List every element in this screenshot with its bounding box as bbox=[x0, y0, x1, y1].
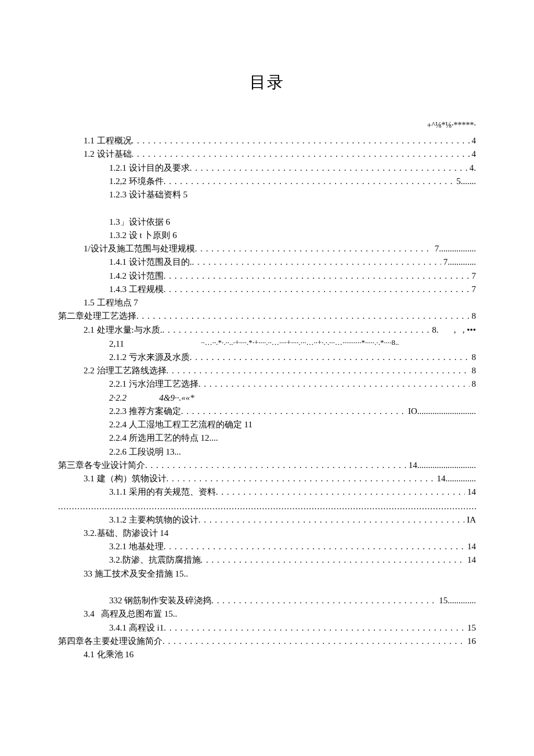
toc-leader-dots bbox=[195, 242, 432, 255]
toc-entry-label: 3.2.1 地基处理 bbox=[109, 540, 164, 553]
toc-entry: 3.4 高程及总图布置 15.. bbox=[58, 607, 476, 621]
toc-entry-page-number: 7 bbox=[470, 283, 477, 296]
toc-entry: 4.1 化乘池 16 bbox=[58, 648, 476, 661]
toc-garble-text: ··…··.*·.··..·+····.*·+····.··…····+····… bbox=[124, 337, 476, 351]
toc-entry-trail: ........................... bbox=[417, 405, 476, 418]
toc-entry: 1.3.2 设 t 卜原则 6 bbox=[58, 229, 476, 242]
toc-entry-label: 332 钢筋制作安装及碎浇捣 bbox=[109, 594, 211, 607]
toc-entry-page-number: 14 bbox=[465, 485, 476, 499]
toc-entry-label: 2,11 bbox=[109, 337, 124, 351]
toc-entry-label: 3.2.防渗、抗震防腐措施 bbox=[109, 553, 201, 567]
toc-entry-label bbox=[58, 581, 60, 594]
toc-entry-page-number: 8. bbox=[430, 323, 438, 337]
toc-entry-page-number: 14 bbox=[465, 540, 476, 553]
toc-entry-page-number: 16 bbox=[465, 635, 476, 648]
toc-dots-continuation bbox=[58, 499, 476, 513]
toc-entry: 2.2.4 人工湿地工程工艺流程的确定 11 bbox=[58, 418, 476, 431]
toc-entry-label: 4.1 化乘池 16 bbox=[84, 648, 134, 661]
toc-entry: 2.2.1 污水治理工艺选择 8 bbox=[58, 377, 476, 391]
toc-entry-page-number: 14 bbox=[406, 459, 417, 472]
toc-entry: 3.1 建（构）筑物设计 14.............. bbox=[58, 472, 476, 485]
toc-entry-label: 3.4 高程及总图布置 15.. bbox=[84, 607, 177, 621]
toc-entry-label: 1.4.3 工程规模 bbox=[109, 283, 164, 296]
toc-entry-label: 2·2.2 4&9··.««* bbox=[109, 391, 194, 405]
toc-entry-trail: ....... bbox=[461, 175, 476, 188]
toc-entry-label: 2.2.3 推荐方案确定 bbox=[109, 405, 181, 418]
toc-entry: 1.1 工程概况4 bbox=[58, 134, 476, 147]
toc-entry-label: 3.1.2 主要构筑物的设计 bbox=[109, 513, 199, 527]
toc-leader-dots bbox=[167, 364, 470, 377]
toc-entry-label: 2.2.6 工段说明 13... bbox=[109, 445, 181, 459]
toc-entry-label: 1.4.1 设计范围及目的. bbox=[109, 255, 192, 269]
toc-entry-label: 1.2,2 环境条件 bbox=[109, 175, 164, 188]
toc-entry: 3.2.1 地基处理 14 bbox=[58, 540, 476, 553]
toc-leader-dots bbox=[192, 255, 441, 269]
table-of-contents: 1.1 工程概况41.2 设计基础41.2.1 设计目的及要求4.1.2,2 环… bbox=[58, 134, 476, 661]
toc-entry-label: 2.1.2 亏水来源及水质 bbox=[109, 351, 190, 364]
toc-entry-label: 1.5 工程地点 7 bbox=[84, 296, 138, 309]
toc-entry: 2.1.2 亏水来源及水质 8 bbox=[58, 351, 476, 364]
toc-entry: 2.1 处理水量:与水质. 8. , , ••• bbox=[58, 323, 476, 337]
toc-entry-label: 2.1 处理水量:与水质. bbox=[84, 323, 162, 337]
toc-entry: 第四章各主要处理设施简介 16 bbox=[58, 635, 476, 648]
toc-leader-dots bbox=[211, 594, 436, 607]
toc-leader-dots bbox=[164, 540, 465, 553]
toc-entry-page-number: 8 bbox=[470, 364, 477, 377]
toc-leader-dots bbox=[167, 472, 435, 485]
toc-entry-trail: ........................... bbox=[417, 459, 476, 472]
toc-entry: 2.2.4 所选用工艺的特点 12.... bbox=[58, 431, 476, 445]
toc-entry-label bbox=[58, 201, 60, 215]
toc-leader-dots bbox=[132, 134, 470, 147]
toc-entry-label: 2.2.1 污水治理工艺选择 bbox=[109, 377, 199, 391]
toc-entry-page-number: 7 bbox=[470, 269, 477, 283]
toc-entry-page-number: 7 bbox=[441, 255, 448, 269]
toc-entry: 3.4.1 高程设 i115 bbox=[58, 621, 476, 635]
toc-entry-page-number: 5 bbox=[454, 175, 461, 188]
toc-entry: 第三章各专业设计简介 14........................... bbox=[58, 459, 476, 472]
toc-leader-dots bbox=[164, 283, 470, 296]
toc-entry-label: 2.2.4 人工湿地工程工艺流程的确定 11 bbox=[109, 418, 252, 431]
garble-top-text: +^⅛*⅛·*****· bbox=[58, 119, 476, 132]
toc-entry-page-number: 4 bbox=[470, 134, 477, 147]
toc-leader-dots bbox=[199, 513, 464, 527]
toc-entry-page-number: 8 bbox=[470, 309, 477, 323]
toc-leader-dots bbox=[164, 175, 454, 188]
toc-entry: 1.5 工程地点 7 bbox=[58, 296, 476, 309]
toc-entry: 1.4.3 工程规模7 bbox=[58, 283, 476, 296]
toc-entry-page-number: 14 bbox=[435, 472, 446, 485]
toc-entry: 3.2.基础、防渗设计 14 bbox=[58, 527, 476, 540]
toc-entry-label: 1.1 工程概况 bbox=[84, 134, 132, 147]
toc-entry: 3.2.防渗、抗震防腐措施 14 bbox=[58, 553, 476, 567]
toc-entry-page-number: 8 bbox=[470, 351, 477, 364]
toc-entry-label: 1.2.3 设计基础资料 5 bbox=[109, 188, 187, 201]
page-title: 目录 bbox=[58, 70, 476, 96]
toc-entry-label: 1.4.2 设计范围 bbox=[109, 269, 164, 283]
toc-entry: 33 施工技术及安全措施 15.. bbox=[58, 567, 476, 581]
toc-entry-label: 1.2.1 设计目的及要求 bbox=[109, 161, 190, 175]
toc-entry-label: 2.2.4 所选用工艺的特点 12.... bbox=[109, 431, 218, 445]
toc-entry-trail: ............. bbox=[448, 594, 476, 607]
toc-entry-label: 3.2.基础、防渗设计 14 bbox=[84, 527, 168, 540]
toc-entry-page-number: IO bbox=[406, 405, 417, 418]
toc-entry-label: 2.2 治理工艺路线选择 bbox=[84, 364, 167, 377]
toc-entry-page-number: 4 bbox=[470, 147, 477, 161]
toc-entry: 332 钢筋制作安装及碎浇捣15............. bbox=[58, 594, 476, 607]
toc-leader-dots bbox=[181, 405, 406, 418]
toc-leader-dots bbox=[190, 351, 470, 364]
toc-entry: 1.2.1 设计目的及要求4. bbox=[58, 161, 476, 175]
toc-entry-trail: ................. bbox=[439, 242, 476, 255]
toc-entry: 1.2.3 设计基础资料 5 bbox=[58, 188, 476, 201]
toc-entry: 第二章处理工艺选择 8 bbox=[58, 309, 476, 323]
toc-leader-dots bbox=[201, 553, 466, 567]
toc-leader-dots bbox=[199, 377, 470, 391]
toc-entry-label: 第四章各主要处理设施简介 bbox=[58, 635, 163, 648]
toc-entry-page-number: 15 bbox=[465, 621, 476, 635]
toc-entry-label: 3.1 建（构）筑物设计 bbox=[84, 472, 167, 485]
toc-entry: 3.1.2 主要构筑物的设计IA bbox=[58, 513, 476, 527]
toc-entry-page-number: 15 bbox=[436, 594, 448, 607]
toc-leader-dots bbox=[136, 309, 470, 323]
toc-entry: 1.4.2 设计范围 7 bbox=[58, 269, 476, 283]
toc-entry: 2.2 治理工艺路线选择 8 bbox=[58, 364, 476, 377]
toc-leader-dots bbox=[190, 161, 467, 175]
toc-entry-label: 第二章处理工艺选择 bbox=[58, 309, 136, 323]
